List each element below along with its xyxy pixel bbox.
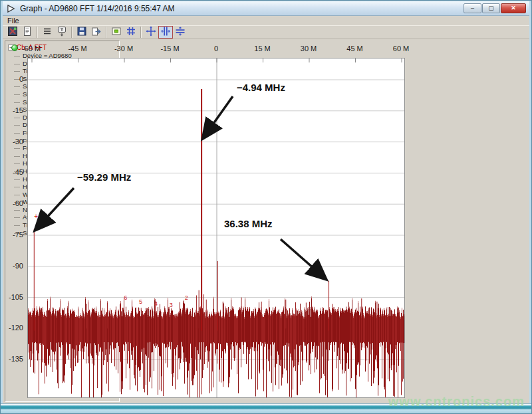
- maximize-button[interactable]: ▢: [482, 3, 500, 13]
- zoom-y-icon: [175, 26, 186, 39]
- legend-icon: [111, 26, 122, 39]
- report-button[interactable]: [20, 26, 35, 39]
- zoom-y-button[interactable]: [173, 26, 188, 39]
- app-frame: Graph - AD9680 FFT 1/14/2016 9:55:47 AM …: [3, 1, 529, 403]
- menubar: File: [3, 16, 529, 25]
- zoom-x-icon: [160, 26, 171, 39]
- titlebar[interactable]: Graph - AD9680 FFT 1/14/2016 9:55:47 AM …: [3, 1, 529, 16]
- content-area: − Ch. A FFT Device = AD9680Date = 1/14/2…: [3, 39, 529, 403]
- save-button[interactable]: [74, 26, 89, 39]
- watermark: www.cntronics.com: [388, 394, 525, 409]
- toolbar-separator: [71, 27, 72, 38]
- fft-graph-icon: [7, 26, 18, 39]
- close-button[interactable]: ✕: [501, 3, 526, 13]
- export-button[interactable]: [89, 26, 104, 39]
- list-icon: [42, 26, 53, 39]
- menu-file[interactable]: File: [3, 16, 24, 25]
- plot-properties-icon: [57, 26, 67, 39]
- minimize-button[interactable]: –: [464, 3, 481, 13]
- report-icon: [22, 26, 33, 39]
- pan-button[interactable]: [144, 26, 158, 39]
- export-icon: [91, 26, 102, 39]
- zoom-x-button[interactable]: [158, 26, 173, 39]
- save-icon: [76, 26, 87, 39]
- legend-button[interactable]: [109, 26, 124, 39]
- grid-icon: [126, 26, 136, 39]
- plot-properties-button[interactable]: [55, 26, 69, 39]
- app-window: Graph - AD9680 FFT 1/14/2016 9:55:47 AM …: [0, 0, 532, 414]
- toolbar-separator: [37, 27, 38, 38]
- toolbar-separator: [106, 27, 107, 38]
- window-title: Graph - AD9680 FFT 1/14/2016 9:55:47 AM: [20, 4, 175, 13]
- pan-icon: [146, 26, 156, 39]
- data-list-button[interactable]: [40, 26, 55, 39]
- toolbar: [3, 25, 529, 39]
- fft-graph-button[interactable]: [5, 26, 20, 39]
- app-icon: [7, 5, 16, 13]
- toolbar-separator: [140, 27, 142, 38]
- grid-button[interactable]: [124, 26, 138, 39]
